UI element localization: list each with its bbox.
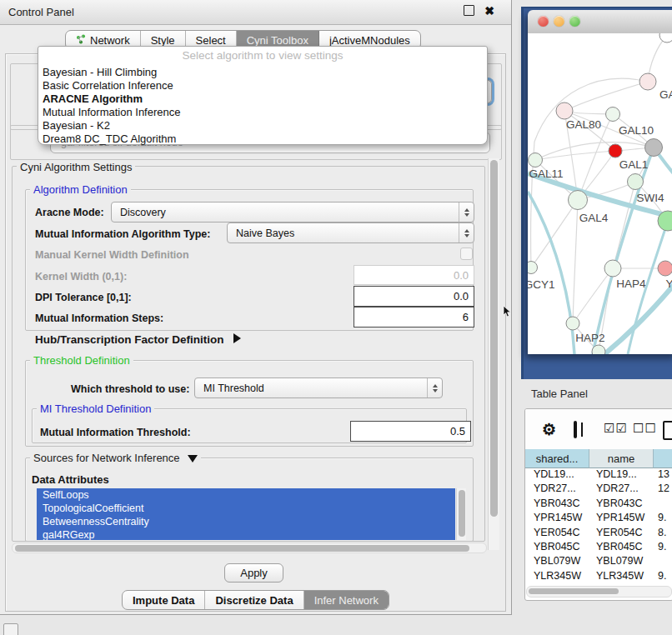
unchecked-boxes-icon[interactable]: ☐☐: [633, 421, 657, 436]
column-header-shared-name[interactable]: shared...: [525, 449, 589, 468]
network-node-labels: GAL GAL80 GAL10 GAL1 GAL11 SWI4 GAL4 GCY…: [528, 88, 672, 344]
network-view-window[interactable]: GAL GAL80 GAL10 GAL1 GAL11 SWI4 GAL4 GCY…: [528, 10, 672, 354]
mi-threshold-field[interactable]: [350, 421, 471, 442]
manual-kernel-checkbox[interactable]: [460, 248, 473, 260]
tab-impute-data[interactable]: Impute Data: [123, 591, 205, 609]
close-traffic-light-icon[interactable]: [538, 16, 549, 27]
scrollbar-thumb[interactable]: [459, 490, 465, 537]
list-item[interactable]: BetweennessCentrality: [37, 515, 455, 528]
which-threshold-value: MI Threshold: [203, 382, 264, 394]
node[interactable]: [528, 262, 538, 274]
column-header-partial[interactable]: [654, 449, 672, 468]
network-icon: [76, 34, 86, 47]
algorithm-option[interactable]: Bayesian - K2: [43, 119, 110, 132]
table-row[interactable]: YPR145WYPR145W9.: [525, 512, 672, 526]
node[interactable]: [529, 153, 543, 168]
node[interactable]: [628, 174, 644, 190]
node-label: Y: [665, 278, 672, 290]
tab-label: Impute Data: [133, 594, 194, 607]
settings-horizontal-scrollbar[interactable]: [12, 542, 487, 553]
tab-discretize-data[interactable]: Discretize Data: [205, 591, 303, 609]
threshold-definition-title: Threshold Definition: [30, 354, 133, 367]
checked-boxes-icon[interactable]: ☑☑: [604, 421, 628, 436]
aracne-mode-combobox[interactable]: Discovery: [111, 202, 474, 222]
tab-infer-network[interactable]: Infer Network: [304, 591, 389, 609]
algorithm-option[interactable]: Bayesian - Hill Climbing: [43, 66, 157, 78]
cell: YPR145W: [589, 512, 654, 526]
dpi-tolerance-field[interactable]: [354, 286, 474, 307]
scrollbar-thumb[interactable]: [15, 545, 469, 552]
mi-steps-field[interactable]: [354, 307, 474, 328]
mi-steps-label: Mutual Information Steps:: [35, 312, 163, 324]
list-item[interactable]: TopologicalCoefficient: [37, 502, 455, 515]
table-row[interactable]: YBR045CYBR045C9.: [525, 541, 672, 555]
node[interactable]: [569, 191, 588, 210]
node[interactable]: [659, 33, 672, 42]
node[interactable]: [645, 139, 663, 157]
algorithm-option[interactable]: Basic Correlation Inference: [43, 79, 173, 92]
node[interactable]: [604, 260, 621, 277]
kernel-width-field[interactable]: [354, 265, 474, 285]
cell: YDL19...: [589, 468, 654, 482]
close-icon[interactable]: ✖: [484, 4, 494, 18]
list-item[interactable]: SelfLoops: [37, 488, 455, 502]
sources-group-title[interactable]: Sources for Network Inference: [30, 452, 201, 464]
algorithm-option[interactable]: Dream8 DC_TDC Algorithm: [43, 132, 176, 145]
table-row[interactable]: YER054CYER054C8.: [525, 527, 672, 541]
node[interactable]: [556, 102, 573, 119]
control-panel-window: Control Panel ✖ Network Style Select Cyn…: [0, 0, 512, 615]
settings-vertical-scrollbar[interactable]: [488, 158, 499, 550]
cell: YLR345W: [589, 570, 654, 584]
control-panel-titlebar: Control Panel ✖: [0, 0, 511, 25]
mi-type-label: Mutual Information Algorithm Type:: [35, 228, 210, 240]
table-row[interactable]: YBR043CYBR043C: [525, 498, 672, 512]
algorithm-option-selected[interactable]: ARACNE Algorithm: [43, 92, 143, 105]
cell: YDR27...: [525, 482, 589, 497]
hub-definition-expander[interactable]: Hub/Transcription Factor Definition: [35, 333, 241, 346]
node[interactable]: [592, 345, 605, 354]
node-selected[interactable]: [609, 144, 622, 158]
which-threshold-combobox[interactable]: MI Threshold: [194, 378, 443, 398]
table-horizontal-scrollbar[interactable]: [526, 586, 672, 598]
minimize-traffic-light-icon[interactable]: [554, 16, 564, 27]
node[interactable]: [606, 108, 620, 122]
node[interactable]: [566, 317, 579, 330]
cell: YDR27...: [589, 482, 654, 497]
aracne-mode-value: Discovery: [120, 207, 166, 218]
network-canvas[interactable]: GAL GAL80 GAL10 GAL1 GAL11 SWI4 GAL4 GCY…: [528, 33, 672, 354]
scrollbar-thumb[interactable]: [490, 160, 498, 517]
node-label: GAL10: [619, 124, 654, 137]
table-row[interactable]: YLR345WYLR345W9.: [525, 570, 672, 584]
tab-label: Discretize Data: [215, 594, 293, 607]
hub-definition-label: Hub/Transcription Factor Definition: [35, 333, 224, 346]
algorithm-option[interactable]: Mutual Information Inference: [43, 106, 180, 118]
gear-icon[interactable]: ⚙: [542, 420, 556, 439]
columns-icon[interactable]: [574, 421, 577, 438]
tab-label: Select: [196, 34, 226, 47]
cell: 9.: [654, 541, 672, 555]
apply-button[interactable]: Apply: [224, 563, 283, 582]
list-vertical-scrollbar[interactable]: [456, 488, 466, 540]
table-row[interactable]: YBL079WYBL079W: [525, 555, 672, 569]
data-attributes-list[interactable]: SelfLoops TopologicalCoefficient Between…: [37, 488, 455, 540]
column-header-name[interactable]: name: [589, 449, 654, 468]
zoom-traffic-light-icon[interactable]: [569, 16, 580, 27]
node-label: HAP2: [575, 332, 604, 344]
node-label: GAL1: [619, 158, 649, 171]
table-row[interactable]: YDR27...YDR27...12: [525, 482, 672, 497]
minimized-panel-icon[interactable]: [3, 623, 18, 635]
mi-type-combobox[interactable]: Naive Bayes: [227, 222, 474, 243]
network-window-titlebar[interactable]: [528, 10, 672, 34]
window-title: Control Panel: [8, 6, 74, 18]
node[interactable]: [658, 261, 672, 276]
float-window-icon[interactable]: [464, 5, 474, 16]
scrollbar-thumb[interactable]: [529, 588, 619, 594]
table-panel-titlebar: Table Panel: [521, 379, 672, 408]
list-item[interactable]: gal4RGexp: [37, 528, 455, 540]
table-row[interactable]: YDL19...YDL19...13: [525, 468, 672, 482]
aracne-mode-label: Aracne Mode:: [35, 207, 104, 218]
algorithm-dropdown-popup: Select algorithm to view settings Bayesi…: [38, 46, 488, 145]
document-icon[interactable]: [663, 421, 672, 440]
mi-type-value: Naive Bayes: [236, 228, 294, 239]
node[interactable]: [639, 73, 656, 90]
